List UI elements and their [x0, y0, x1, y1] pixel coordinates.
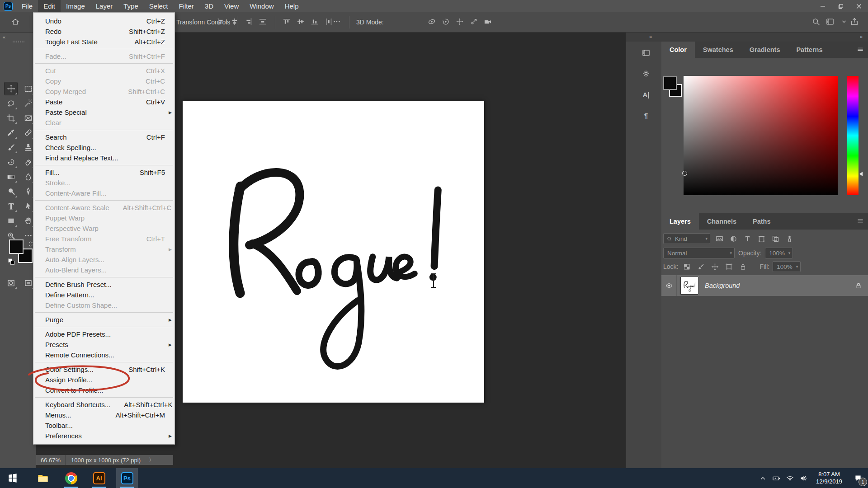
menu-help[interactable]: Help — [279, 0, 304, 12]
file-explorer-icon[interactable] — [32, 468, 54, 488]
panel-menu-icon[interactable] — [856, 217, 864, 225]
menu-type[interactable]: Type — [118, 0, 144, 12]
edit-menu-item-toggle-last-state[interactable]: Toggle Last StateAlt+Ctrl+Z — [33, 37, 175, 47]
clone-stamp-tool[interactable] — [22, 141, 34, 154]
zoom-level-field[interactable]: 66.67% — [36, 455, 66, 465]
fill-field[interactable]: 100% ▾ — [773, 261, 801, 272]
eraser-tool[interactable] — [22, 156, 34, 169]
share-icon[interactable] — [850, 17, 860, 27]
gradient-tool[interactable] — [5, 170, 17, 183]
color-tab-swatches[interactable]: Swatches — [695, 42, 741, 58]
lasso-tool[interactable] — [5, 97, 17, 110]
3d-camera-icon[interactable] — [483, 17, 493, 27]
battery-icon[interactable] — [769, 474, 783, 482]
color-tab-patterns[interactable]: Patterns — [788, 42, 830, 58]
align-left-icon[interactable] — [216, 17, 226, 27]
align-bottom-icon[interactable] — [310, 17, 320, 27]
close-button[interactable] — [850, 0, 868, 12]
eyedropper-tool[interactable] — [5, 127, 17, 139]
visibility-eye-icon[interactable] — [661, 275, 677, 296]
layers-tab-channels[interactable]: Channels — [699, 213, 745, 230]
healing-brush-tool[interactable] — [22, 127, 34, 139]
illustrator-icon[interactable]: Ai — [88, 468, 110, 488]
search-icon[interactable] — [811, 17, 821, 27]
menu-image[interactable]: Image — [61, 0, 90, 12]
panel-menu-icon[interactable] — [856, 45, 864, 53]
brush-tool[interactable] — [5, 141, 17, 154]
edit-menu-item-color-settings[interactable]: Color Settings...Shift+Ctrl+K — [33, 364, 175, 375]
color-tab-color[interactable]: Color — [661, 42, 695, 58]
collapse-dock-icon[interactable]: « — [649, 34, 652, 39]
chevron-down-icon[interactable] — [840, 17, 846, 27]
layers-tab-paths[interactable]: Paths — [745, 213, 779, 230]
marquee-tool[interactable] — [22, 82, 34, 95]
status-expander-icon[interactable]: 〉 — [149, 456, 154, 464]
layers-tab-layers[interactable]: Layers — [661, 213, 699, 230]
edit-menu-item-find-and-replace-text[interactable]: Find and Replace Text... — [33, 153, 175, 163]
collapse-tools-icon[interactable]: « — [3, 34, 5, 40]
menu-select[interactable]: Select — [144, 0, 174, 12]
align-top-icon[interactable] — [282, 17, 292, 27]
tray-chevron-up-icon[interactable] — [756, 474, 769, 482]
type-tool[interactable] — [5, 200, 17, 212]
magic-wand-tool[interactable] — [22, 97, 34, 110]
expand-dock-icon[interactable]: » — [860, 34, 863, 39]
more-options-icon[interactable] — [332, 17, 342, 27]
opacity-field[interactable]: 100% ▾ — [765, 248, 793, 258]
layer-row-background[interactable]: Background — [661, 275, 868, 296]
lock-frame-icon[interactable] — [723, 263, 734, 271]
menu-file[interactable]: File — [16, 0, 38, 12]
blend-mode-dropdown[interactable]: Normal ▾ — [663, 248, 735, 258]
dodge-tool[interactable] — [5, 185, 17, 198]
color-cursor[interactable] — [682, 171, 687, 176]
volume-icon[interactable] — [797, 474, 810, 482]
shape-tool[interactable] — [5, 215, 17, 227]
edit-menu-item-purge[interactable]: Purge▶ — [33, 314, 175, 325]
edit-menu-item-presets[interactable]: Presets▶ — [33, 339, 175, 350]
workspace-icon[interactable] — [826, 17, 835, 27]
edit-menu-item-keyboard-shortcuts[interactable]: Keyboard Shortcuts...Alt+Shift+Ctrl+K — [33, 399, 175, 410]
layer-filter-dropdown[interactable]: Kind ▾ — [663, 233, 710, 244]
edit-menu-item-convert-to-profile[interactable]: Convert to Profile... — [33, 385, 175, 395]
saturation-brightness-field[interactable] — [684, 76, 838, 195]
filter-smartobj-icon[interactable] — [770, 235, 781, 243]
distribute-v-icon[interactable] — [258, 17, 268, 27]
home-icon[interactable] — [11, 17, 21, 27]
edit-menu-item-remote-connections[interactable]: Remote Connections... — [33, 350, 175, 360]
minimize-button[interactable] — [814, 0, 832, 12]
settings-panel-icon[interactable] — [639, 67, 653, 80]
menu-filter[interactable]: Filter — [174, 0, 199, 12]
edit-menu-item-menus[interactable]: Menus...Alt+Shift+Ctrl+M — [33, 410, 175, 420]
photoshop-taskbar-icon[interactable]: Ps — [116, 468, 138, 488]
move-tool[interactable] — [5, 82, 17, 95]
action-center-icon[interactable]: 1 — [848, 468, 868, 488]
menu-layer[interactable]: Layer — [90, 0, 118, 12]
align-right-icon[interactable] — [244, 17, 254, 27]
edit-menu-item-define-brush-preset[interactable]: Define Brush Preset... — [33, 279, 175, 290]
slice-tool[interactable] — [22, 112, 34, 124]
edit-menu-item-paste[interactable]: PasteCtrl+V — [33, 97, 175, 107]
filter-shapes-icon[interactable] — [756, 235, 767, 243]
lock-brush-small-icon[interactable] — [695, 263, 706, 271]
hue-slider-arrow-icon[interactable] — [859, 172, 863, 176]
start-button[interactable] — [2, 468, 24, 488]
color-tab-gradients[interactable]: Gradients — [741, 42, 788, 58]
foreground-color-swatch[interactable] — [663, 76, 677, 90]
align-middle-icon[interactable] — [296, 17, 306, 27]
pen-tool[interactable] — [22, 185, 34, 198]
lock-checker-icon[interactable] — [681, 263, 692, 271]
chrome-icon[interactable] — [60, 468, 82, 488]
edit-menu-item-preferences[interactable]: Preferences▶ — [33, 431, 175, 441]
canvas[interactable] — [183, 101, 484, 403]
filter-type-small-icon[interactable] — [742, 235, 753, 243]
3d-orbit-icon[interactable] — [427, 17, 437, 27]
hue-slider[interactable] — [847, 76, 859, 195]
menu-view[interactable]: View — [219, 0, 244, 12]
edit-menu-item-adobe-pdf-presets[interactable]: Adobe PDF Presets... — [33, 329, 175, 339]
edit-menu-item-redo[interactable]: RedoShift+Ctrl+Z — [33, 26, 175, 37]
edit-menu-item-toolbar[interactable]: Toolbar... — [33, 420, 175, 431]
properties-panel-icon[interactable] — [639, 46, 653, 60]
taskbar-clock[interactable]: 8:07 AM 12/9/2019 — [810, 471, 848, 485]
lock-lock-icon[interactable] — [737, 263, 748, 271]
edit-menu-item-fill[interactable]: Fill...Shift+F5 — [33, 167, 175, 178]
